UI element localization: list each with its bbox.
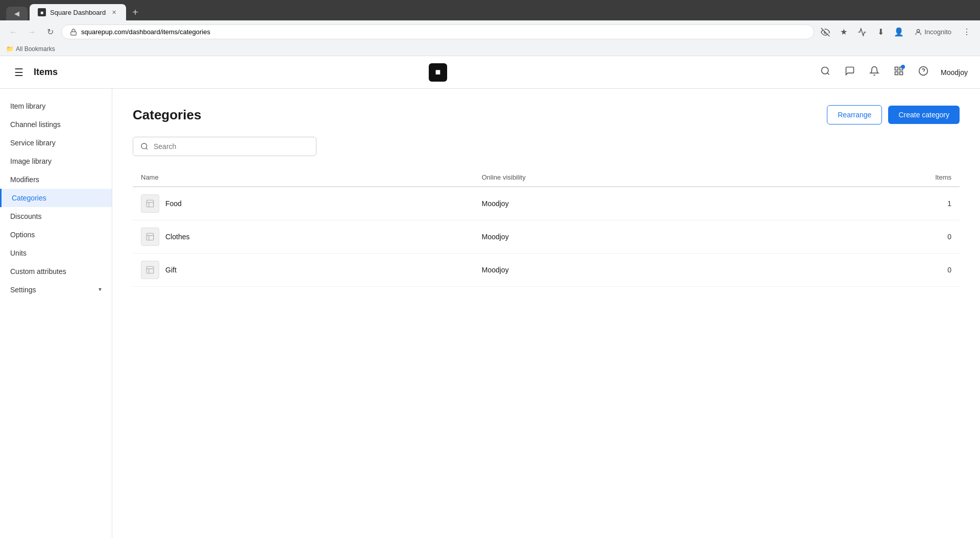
category-icon bbox=[141, 228, 159, 246]
eye-off-icon[interactable] bbox=[818, 25, 832, 39]
help-icon bbox=[918, 66, 928, 76]
sidebar-item-item-library[interactable]: Item library bbox=[0, 97, 112, 115]
help-button[interactable] bbox=[916, 64, 930, 81]
category-name-cell: Clothes bbox=[133, 220, 474, 254]
category-name-cell: Gift bbox=[133, 254, 474, 287]
download-icon[interactable]: ⬇ bbox=[873, 25, 888, 39]
category-name-cell: Food bbox=[133, 187, 474, 220]
extensions-icon[interactable] bbox=[855, 25, 869, 39]
svg-rect-19 bbox=[146, 266, 154, 273]
browser-chrome: ◀ ■ Square Dashboard ✕ + ← → ↻ bbox=[0, 0, 980, 56]
header-right: Moodjoy bbox=[818, 64, 968, 81]
favicon-icon: ■ bbox=[40, 10, 43, 15]
sidebar-item-options[interactable]: Options bbox=[0, 226, 112, 244]
folder-icon: 📁 bbox=[6, 45, 14, 53]
svg-point-11 bbox=[141, 143, 147, 149]
sidebar-item-label: Channel listings bbox=[10, 120, 61, 129]
svg-line-12 bbox=[146, 148, 148, 149]
category-icon bbox=[141, 194, 159, 213]
sidebar-item-service-library[interactable]: Service library bbox=[0, 134, 112, 152]
bookmarks-label[interactable]: All Bookmarks bbox=[16, 45, 55, 53]
sidebar-item-label: Image library bbox=[10, 157, 52, 165]
toolbar-icons: ★ ⬇ 👤 Incognito ⋮ bbox=[818, 25, 974, 39]
grid-button[interactable] bbox=[892, 64, 906, 81]
browser-toolbar: ← → ↻ ★ ⬇ 👤 bbox=[0, 20, 980, 43]
search-container bbox=[133, 137, 960, 156]
create-category-button[interactable]: Create category bbox=[888, 106, 960, 124]
menu-icon[interactable]: ⋮ bbox=[960, 25, 974, 39]
user-name[interactable]: Moodjoy bbox=[941, 68, 968, 77]
category-items-count: 1 bbox=[789, 187, 960, 220]
search-icon bbox=[140, 142, 149, 151]
category-items-count: 0 bbox=[789, 220, 960, 254]
sidebar-item-image-library[interactable]: Image library bbox=[0, 152, 112, 170]
svg-rect-7 bbox=[900, 72, 903, 75]
svg-rect-0 bbox=[71, 32, 77, 35]
tab-close-button[interactable]: ✕ bbox=[110, 8, 118, 16]
category-visibility: Moodjoy bbox=[474, 187, 789, 220]
tab-favicon: ■ bbox=[38, 8, 46, 16]
category-name: Gift bbox=[165, 266, 177, 274]
hamburger-menu-button[interactable]: ☰ bbox=[12, 64, 26, 81]
back-button[interactable]: ← bbox=[6, 25, 20, 39]
table-row[interactable]: Food Moodjoy 1 bbox=[133, 187, 960, 220]
sidebar-item-categories[interactable]: Categories bbox=[0, 189, 112, 207]
profile-icon[interactable]: 👤 bbox=[892, 25, 906, 39]
bell-icon bbox=[869, 66, 879, 76]
app-layout: Item library Channel listings Service li… bbox=[0, 89, 980, 538]
refresh-button[interactable]: ↻ bbox=[43, 25, 57, 39]
table-header-row: Name Online visibility Items bbox=[133, 168, 960, 187]
sidebar-item-label: Categories bbox=[12, 194, 46, 202]
new-tab-button[interactable]: + bbox=[128, 5, 142, 20]
url-input[interactable] bbox=[81, 28, 805, 36]
table-row[interactable]: Gift Moodjoy 0 bbox=[133, 254, 960, 287]
sidebar-item-label: Discounts bbox=[10, 212, 41, 220]
category-name: Clothes bbox=[165, 233, 189, 241]
sidebar-item-discounts[interactable]: Discounts bbox=[0, 207, 112, 226]
notification-dot bbox=[901, 65, 905, 69]
category-name: Food bbox=[165, 199, 182, 208]
address-bar[interactable] bbox=[61, 24, 814, 39]
col-visibility-header: Online visibility bbox=[474, 168, 789, 187]
sidebar-item-label: Options bbox=[10, 231, 35, 239]
page-header: Categories Rearrange Create category bbox=[133, 105, 960, 124]
square-logo: ■ bbox=[429, 63, 447, 82]
sidebar-item-label: Units bbox=[10, 249, 27, 257]
bell-button[interactable] bbox=[867, 64, 881, 81]
chat-icon bbox=[845, 66, 855, 76]
search-input[interactable] bbox=[154, 142, 309, 151]
search-icon bbox=[820, 66, 830, 76]
incognito-button[interactable]: Incognito bbox=[910, 26, 955, 38]
search-button[interactable] bbox=[818, 64, 832, 81]
svg-line-4 bbox=[827, 73, 829, 75]
sidebar-item-label: Modifiers bbox=[10, 176, 39, 184]
active-tab[interactable]: ■ Square Dashboard ✕ bbox=[30, 4, 126, 20]
star-icon[interactable]: ★ bbox=[837, 25, 851, 39]
table-row[interactable]: Clothes Moodjoy 0 bbox=[133, 220, 960, 254]
app-header: ☰ Items ■ bbox=[0, 56, 980, 89]
svg-rect-5 bbox=[895, 67, 898, 70]
svg-rect-13 bbox=[146, 200, 154, 207]
chevron-down-icon: ▾ bbox=[99, 286, 102, 293]
sidebar-item-label: Item library bbox=[10, 102, 45, 110]
incognito-label: Incognito bbox=[924, 28, 951, 36]
categories-table: Name Online visibility Items Food M bbox=[133, 168, 960, 287]
sidebar-item-settings[interactable]: Settings ▾ bbox=[0, 281, 112, 299]
app-title: Items bbox=[34, 67, 58, 78]
sidebar-item-channel-listings[interactable]: Channel listings bbox=[0, 115, 112, 134]
forward-button[interactable]: → bbox=[24, 25, 39, 39]
bookmarks-bar: 📁 All Bookmarks bbox=[0, 43, 980, 56]
sidebar-item-custom-attributes[interactable]: Custom attributes bbox=[0, 262, 112, 281]
sidebar-item-label: Settings bbox=[10, 286, 36, 294]
back-icon: ◀ bbox=[14, 10, 19, 17]
header-center: ■ bbox=[66, 63, 810, 82]
sidebar-item-modifiers[interactable]: Modifiers bbox=[0, 170, 112, 189]
sidebar-item-units[interactable]: Units bbox=[0, 244, 112, 262]
svg-rect-16 bbox=[146, 233, 154, 240]
page-actions: Rearrange Create category bbox=[827, 105, 960, 124]
tab-title: Square Dashboard bbox=[50, 9, 106, 16]
new-tab-button[interactable]: ◀ bbox=[6, 7, 28, 20]
search-box bbox=[133, 137, 316, 156]
chat-button[interactable] bbox=[843, 64, 857, 81]
rearrange-button[interactable]: Rearrange bbox=[827, 105, 882, 124]
